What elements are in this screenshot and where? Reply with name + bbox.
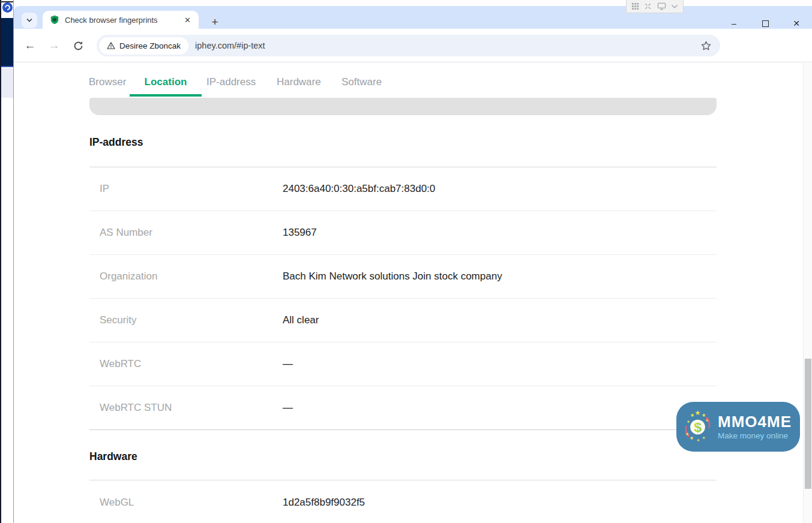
row-label: WebGL [89, 497, 283, 509]
reload-button[interactable] [68, 29, 88, 62]
row-value: 1d2a5f8b9f9032f5 [283, 497, 365, 509]
browser-toolbar: ← → Desiree Zboncak iphey.com/#ip-text [14, 29, 812, 62]
site-tab-location[interactable]: Location [130, 73, 202, 91]
scrollbar-thumb[interactable] [805, 359, 811, 489]
watermark-tagline: Make money online [718, 431, 792, 440]
resize-arrows-icon[interactable] [644, 2, 652, 10]
table-row: Organization Bach Kim Network solutions … [89, 255, 717, 299]
table-row: IP 2403:6a40:0:30:a5bf:cab7:83d0:0 [89, 167, 717, 211]
ip-address-table: IP 2403:6a40:0:30:a5bf:cab7:83d0:0 AS Nu… [89, 167, 717, 430]
site-tab-browser[interactable]: Browser [89, 73, 126, 91]
url-text[interactable]: iphey.com/#ip-text [195, 41, 700, 50]
shield-favicon-icon [50, 15, 59, 25]
svg-text:★: ★ [690, 435, 694, 441]
table-row: Security All clear [89, 299, 717, 342]
maximize-button[interactable] [750, 20, 781, 27]
table-row: WebRTC — [89, 342, 717, 386]
new-tab-button[interactable]: + [207, 14, 223, 30]
svg-text:★: ★ [702, 412, 706, 417]
svg-text:★: ★ [697, 437, 700, 441]
hardware-table: WebGL 1d2a5f8b9f9032f5 [89, 480, 717, 523]
svg-text:★: ★ [705, 417, 709, 422]
table-row: AS Number 135967 [89, 211, 717, 255]
mmo4me-watermark: ★★★ ★★ ★★ ★★ $ MMO4ME Make money online [676, 402, 800, 452]
svg-text:★: ★ [685, 431, 690, 436]
page-scrollbar[interactable] [803, 63, 812, 523]
background-app-lavender-panel [1, 68, 14, 98]
bookmark-star-icon[interactable] [700, 40, 712, 52]
row-value: 2403:6a40:0:30:a5bf:cab7:83d0:0 [283, 183, 435, 195]
watermark-text: MMO4ME Make money online [718, 414, 792, 440]
page-content: Browser Location IP-address Hardware Sof… [14, 63, 812, 523]
dollar-glyph: $ [694, 419, 702, 434]
row-label: WebRTC STUN [89, 402, 283, 414]
svg-text:★: ★ [687, 419, 690, 423]
chevron-down-icon [26, 18, 33, 23]
address-bar[interactable]: Desiree Zboncak iphey.com/#ip-text [97, 35, 720, 56]
browser-tab[interactable]: Check browser fingerprints ✕ [43, 11, 199, 29]
site-tab-ip-address[interactable]: IP-address [206, 73, 256, 91]
browser-window: Check browser fingerprints ✕ + – ✕ ← → [13, 0, 812, 523]
section-title-ip-address: IP-address [89, 136, 143, 149]
reload-icon [73, 40, 84, 52]
site-info-chip[interactable]: Desiree Zboncak [99, 37, 188, 55]
row-label: Security [89, 314, 283, 326]
row-label: Organization [89, 270, 283, 282]
remote-session-toolbar[interactable] [626, 0, 684, 13]
site-tab-software[interactable]: Software [341, 73, 382, 91]
svg-text:★: ★ [690, 412, 694, 417]
profile-name-label: Desiree Zboncak [119, 41, 181, 50]
watermark-brand: MMO4ME [718, 414, 792, 429]
minimize-button[interactable]: – [718, 19, 750, 28]
row-label: WebRTC [89, 358, 283, 370]
close-window-button[interactable]: ✕ [781, 19, 812, 28]
svg-text:★: ★ [702, 435, 706, 440]
eye-swirl-icon [4, 4, 11, 11]
table-row: WebRTC STUN — [89, 386, 717, 430]
back-button[interactable]: ← [20, 29, 40, 62]
row-value: — [283, 358, 293, 370]
row-label: AS Number [89, 227, 283, 239]
monitor-icon[interactable] [657, 2, 666, 10]
tab-strip: Check browser fingerprints ✕ + – ✕ [14, 6, 812, 29]
row-value: All clear [283, 314, 319, 326]
svg-text:★: ★ [695, 408, 701, 416]
chevron-down-icon[interactable] [671, 4, 678, 9]
tab-search-button[interactable] [22, 13, 37, 28]
active-tab-underline [130, 94, 202, 97]
section-title-hardware: Hardware [89, 450, 137, 463]
background-app-strip [0, 0, 14, 523]
scrolled-panel-remnant [89, 98, 717, 115]
background-app-logo-icon [2, 2, 13, 13]
table-row: WebGL 1d2a5f8b9f9032f5 [89, 480, 717, 523]
background-app-navy-panel [1, 18, 14, 67]
tab-close-icon[interactable]: ✕ [182, 16, 193, 25]
site-tab-hardware[interactable]: Hardware [277, 73, 321, 91]
tab-title: Check browser fingerprints [65, 16, 182, 25]
row-value: Bach Kim Network solutions Join stock co… [283, 270, 502, 282]
grid-icon[interactable] [631, 2, 639, 10]
maximize-icon [762, 20, 769, 27]
row-value: — [283, 402, 293, 414]
row-label: IP [89, 183, 283, 195]
dollar-emblem-icon: ★★★ ★★ ★★ ★★ $ [681, 408, 714, 446]
warning-triangle-icon [107, 41, 115, 50]
row-value: 135967 [283, 227, 317, 239]
forward-button[interactable]: → [44, 29, 64, 62]
